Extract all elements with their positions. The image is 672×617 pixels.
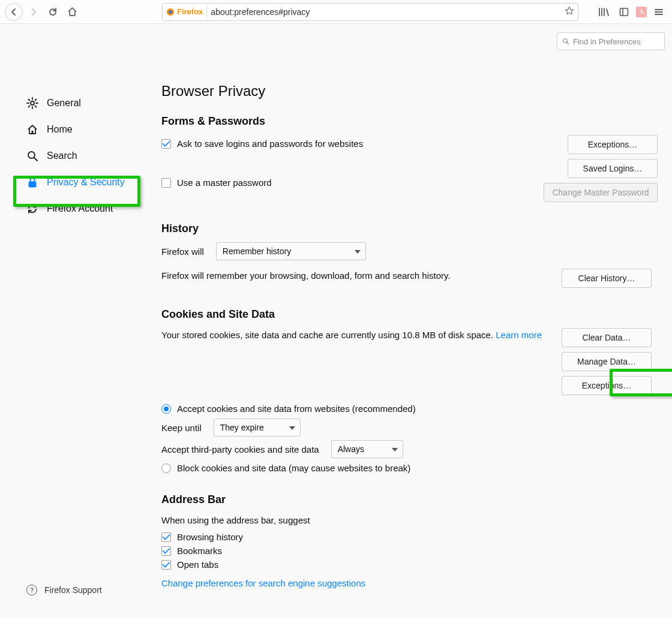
checkbox-label: Ask to save logins and passwords for web… [177,139,363,149]
url-bar[interactable]: Firefox about:preferences#privacy [162,3,578,21]
keep-until-select[interactable]: They expire [214,419,301,437]
checkbox-label: Use a master password [177,177,272,188]
firefox-will-label: Firefox will [161,246,204,257]
sidebar-icon[interactable] [616,4,632,20]
learn-more-link[interactable]: Learn more [496,330,542,340]
change-master-password-button[interactable]: Change Master Password [544,183,658,202]
help-icon: ? [26,585,37,595]
menu-icon[interactable] [650,4,667,20]
home-button[interactable] [64,4,80,20]
section-address-heading: Address Bar [161,493,658,506]
browser-toolbar: Firefox about:preferences#privacy 人 [0,0,672,24]
gear-icon [26,97,38,109]
home-icon [26,124,38,136]
search-icon [26,150,38,162]
suggest-bookmarks-checkbox[interactable]: Bookmarks [161,546,658,556]
history-mode-select[interactable]: Remember history [216,242,366,260]
find-in-preferences[interactable]: Find in Preferences [557,32,665,50]
checkbox-icon [161,139,171,149]
ask-save-logins-checkbox[interactable]: Ask to save logins and passwords for web… [161,139,528,149]
checkbox-label: Open tabs [177,559,218,570]
bookmark-star-icon[interactable] [565,6,574,17]
cookies-description: Your stored cookies, site data and cache… [161,328,562,342]
search-placeholder: Find in Preferences [573,37,641,46]
svg-line-10 [567,43,569,44]
history-description: Firefox will remember your browsing, dow… [161,269,562,282]
firefox-support-link[interactable]: ? Firefox Support [26,585,102,595]
section-forms-heading: Forms & Passwords [161,115,658,128]
sidebar-item-label: Search [47,151,77,161]
url-text: about:preferences#privacy [211,7,561,17]
checkbox-icon [161,178,171,188]
radio-label: Accept cookies and site data from websit… [177,404,416,414]
suggest-opentabs-checkbox[interactable]: Open tabs [161,559,658,570]
checkbox-icon [161,560,171,570]
clear-history-button[interactable]: Clear History… [562,269,652,288]
clear-data-button[interactable]: Clear Data… [562,328,652,347]
svg-rect-8 [29,182,36,187]
section-history-heading: History [161,222,658,235]
forward-button[interactable] [25,4,42,20]
preferences-content: Find in Preferences Browser Privacy Form… [147,24,672,617]
library-icon[interactable] [595,4,612,20]
sidebar-item-label: Home [47,124,73,135]
svg-point-1 [169,10,172,13]
saved-logins-button[interactable]: Saved Logins… [568,159,658,178]
brand-label: Firefox [177,7,203,16]
change-search-prefs-link[interactable]: Change preferences for search engine sug… [161,578,365,588]
identity-box[interactable]: Firefox [166,6,207,18]
exceptions-button[interactable]: Exceptions… [568,135,658,154]
checkbox-label: Browsing history [177,532,243,542]
keep-until-label: Keep until [161,423,202,433]
suggest-history-checkbox[interactable]: Browsing history [161,532,658,542]
cookies-exceptions-button[interactable]: Exceptions… [562,376,652,395]
sidebar-item-label: General [47,98,81,109]
sidebar-item-home[interactable]: Home [0,116,147,143]
sidebar-item-search[interactable]: Search [0,143,147,169]
search-icon [562,38,569,45]
lock-icon [26,176,38,188]
sidebar-item-account[interactable]: Firefox Account [0,195,147,222]
support-label: Firefox Support [44,585,102,595]
firefox-icon [166,8,175,16]
sidebar-item-general[interactable]: General [0,90,147,116]
checkbox-icon [161,546,171,556]
reload-button[interactable] [44,4,61,20]
preferences-page: General Home Search Privacy & Security F… [0,24,672,617]
radio-icon [161,404,171,414]
back-button[interactable] [5,3,23,21]
svg-rect-2 [620,8,628,16]
checkbox-label: Bookmarks [177,546,222,556]
checkbox-icon [161,532,171,542]
pdf-icon[interactable]: 人 [636,7,647,17]
radio-label: Block cookies and site data (may cause w… [177,463,410,473]
svg-line-7 [34,158,37,161]
sidebar-item-label: Privacy & Security [47,177,125,188]
svg-point-4 [31,101,34,105]
third-party-label: Accept third-party cookies and site data [161,444,319,455]
address-intro: When using the address bar, suggest [161,513,658,527]
category-sidebar: General Home Search Privacy & Security F… [0,24,147,617]
radio-icon [161,463,171,473]
master-password-checkbox[interactable]: Use a master password [161,177,528,188]
sidebar-item-label: Firefox Account [47,203,113,214]
block-cookies-radio[interactable]: Block cookies and site data (may cause w… [161,463,658,473]
manage-data-button[interactable]: Manage Data… [562,352,652,371]
page-title: Browser Privacy [161,83,658,100]
svg-rect-5 [32,131,34,134]
sync-icon [26,203,38,215]
third-party-select[interactable]: Always [331,440,403,458]
sidebar-item-privacy[interactable]: Privacy & Security [0,169,147,195]
section-cookies-heading: Cookies and Site Data [161,308,658,321]
accept-cookies-radio[interactable]: Accept cookies and site data from websit… [161,404,658,414]
